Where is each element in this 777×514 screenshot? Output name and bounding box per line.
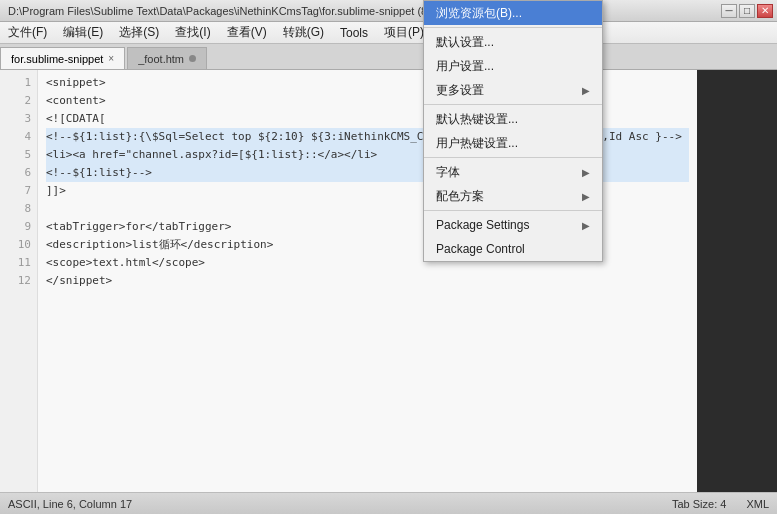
line-number: 10 [0,236,37,254]
line-number: 1 [0,74,37,92]
code-line: </snippet> [46,272,689,290]
dropdown-item-default-settings[interactable]: 默认设置... [424,30,602,54]
status-right: Tab Size: 4 XML [672,498,769,510]
menu-bar: 文件(F)编辑(E)选择(S)查找(I)查看(V)转跳(G)Tools项目(P)… [0,22,777,44]
syntax-label: XML [746,498,769,510]
line-number: 8 [0,200,37,218]
tab-label: _foot.htm [138,53,184,65]
dropdown-divider [424,104,602,105]
menu-item-select[interactable]: 选择(S) [111,22,167,43]
tab-tab1[interactable]: for.sublime-snippet× [0,47,125,69]
line-number: 6 [0,164,37,182]
menu-item-file[interactable]: 文件(F) [0,22,55,43]
title-bar: D:\Program Files\Sublime Text\Data\Packa… [0,0,777,22]
dropdown-item-font[interactable]: 字体▶ [424,160,602,184]
tab-tab2[interactable]: _foot.htm [127,47,207,69]
dropdown-item-label: 默认热键设置... [436,111,518,128]
title-text: D:\Program Files\Sublime Text\Data\Packa… [8,5,721,17]
dropdown-item-color-scheme[interactable]: 配色方案▶ [424,184,602,208]
line-number: 3 [0,110,37,128]
line-number: 7 [0,182,37,200]
line-number: 2 [0,92,37,110]
preferences-dropdown[interactable]: 浏览资源包(B)...默认设置...用户设置...更多设置▶默认热键设置...用… [423,0,603,262]
dropdown-item-label: 配色方案 [436,188,484,205]
tab-bar: for.sublime-snippet×_foot.htm [0,44,777,70]
menu-item-goto[interactable]: 转跳(G) [275,22,332,43]
editor-area: 123456789101112 <snippet> <content><![CD… [0,70,777,492]
tab-close-icon[interactable]: × [108,53,114,64]
line-number: 9 [0,218,37,236]
minimize-button[interactable]: ─ [721,4,737,18]
status-position: ASCII, Line 6, Column 17 [8,498,132,510]
line-number: 12 [0,272,37,290]
submenu-arrow-icon: ▶ [582,220,590,231]
submenu-arrow-icon: ▶ [582,191,590,202]
dropdown-divider [424,27,602,28]
dropdown-item-label: Package Control [436,242,525,256]
dropdown-item-package-control[interactable]: Package Control [424,237,602,261]
menu-item-edit[interactable]: 编辑(E) [55,22,111,43]
line-number: 4 [0,128,37,146]
dropdown-item-browse-packages[interactable]: 浏览资源包(B)... [424,1,602,25]
close-button[interactable]: ✕ [757,4,773,18]
maximize-button[interactable]: □ [739,4,755,18]
dropdown-divider [424,210,602,211]
menu-item-tools[interactable]: Tools [332,22,376,43]
dropdown-item-label: 字体 [436,164,460,181]
submenu-arrow-icon: ▶ [582,167,590,178]
line-number: 11 [0,254,37,272]
menu-item-find[interactable]: 查找(I) [167,22,218,43]
line-number: 5 [0,146,37,164]
tab-label: for.sublime-snippet [11,53,103,65]
tab-modified-dot [189,55,196,62]
dropdown-item-label: 更多设置 [436,82,484,99]
dropdown-item-user-key[interactable]: 用户热键设置... [424,131,602,155]
dropdown-item-label: 用户设置... [436,58,494,75]
submenu-arrow-icon: ▶ [582,85,590,96]
tab-size: Tab Size: 4 [672,498,726,510]
dropdown-item-label: 用户热键设置... [436,135,518,152]
dropdown-divider [424,157,602,158]
menu-item-view[interactable]: 查看(V) [219,22,275,43]
status-bar: ASCII, Line 6, Column 17 Tab Size: 4 XML [0,492,777,514]
line-numbers: 123456789101112 [0,70,38,492]
dropdown-item-user-settings[interactable]: 用户设置... [424,54,602,78]
dropdown-item-label: 浏览资源包(B)... [436,5,522,22]
dropdown-item-label: Package Settings [436,218,529,232]
window-controls: ─ □ ✕ [721,4,773,18]
dropdown-item-more-settings[interactable]: 更多设置▶ [424,78,602,102]
right-panel [697,70,777,492]
dropdown-item-package-settings[interactable]: Package Settings▶ [424,213,602,237]
dropdown-item-default-key[interactable]: 默认热键设置... [424,107,602,131]
dropdown-item-label: 默认设置... [436,34,494,51]
